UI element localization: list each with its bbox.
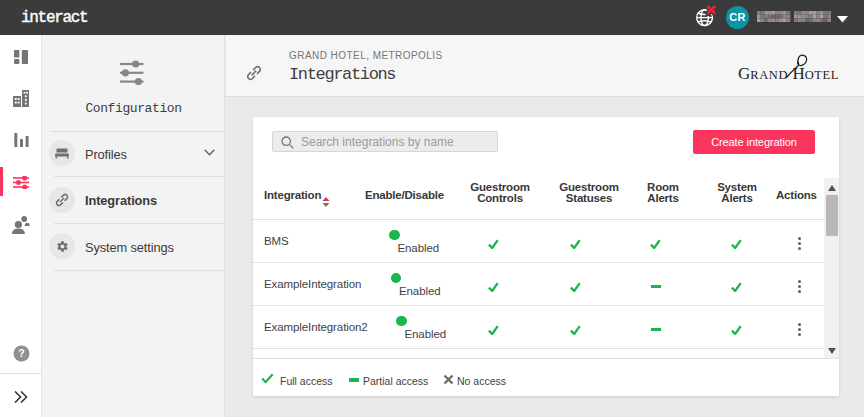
svg-text:?: ? (18, 347, 24, 359)
